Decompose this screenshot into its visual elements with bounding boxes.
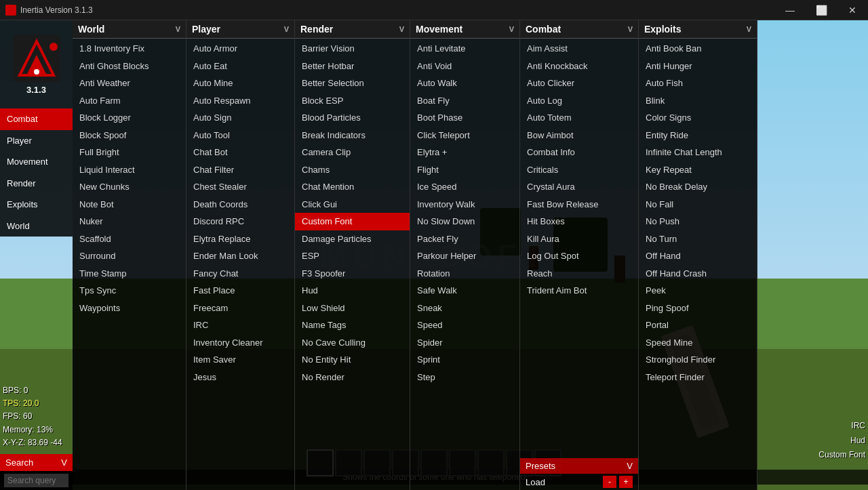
menu-item[interactable]: Peek [639, 282, 757, 300]
menu-item[interactable]: Low Shield [295, 300, 410, 317]
menu-item[interactable]: Chat Filter [186, 161, 294, 179]
menu-item[interactable]: Anti Knockback [520, 58, 638, 75]
menu-item[interactable]: Boot Phase [410, 109, 519, 127]
menu-item[interactable]: ESP [295, 247, 410, 265]
minimize-button[interactable]: — [774, 0, 806, 20]
menu-item[interactable]: Auto Fish [639, 75, 757, 92]
menu-item[interactable]: Crystal Aura [520, 178, 638, 196]
menu-item[interactable]: Anti Levitate [410, 40, 519, 58]
search-input[interactable] [4, 474, 68, 487]
menu-item[interactable]: Time Stamp [73, 265, 186, 283]
load-plus-button[interactable]: + [619, 476, 633, 488]
menu-item[interactable]: Auto Totem [520, 109, 638, 127]
menu-item[interactable]: Log Out Spot [520, 247, 638, 265]
menu-item[interactable]: Kill Aura [520, 230, 638, 248]
load-minus-button[interactable]: - [603, 476, 616, 488]
menu-item[interactable]: Anti Void [410, 58, 519, 75]
menu-item[interactable]: Nuker [73, 213, 186, 230]
menu-item[interactable]: No Entity Hit [295, 351, 410, 369]
menu-item[interactable]: Packet Fly [410, 230, 519, 248]
menu-item[interactable]: Death Coords [186, 196, 294, 213]
menu-item[interactable]: Combat Info [520, 144, 638, 161]
sidebar-item-world[interactable]: World [0, 216, 73, 237]
menu-item[interactable]: Inventory Cleaner [186, 334, 294, 352]
menu-item[interactable]: No Render [295, 369, 410, 386]
menu-item[interactable]: Click Teleport [410, 127, 519, 144]
menu-item[interactable]: Inventory Walk [410, 196, 519, 213]
menu-item[interactable]: Step [410, 369, 519, 386]
menu-item[interactable]: Auto Log [520, 92, 638, 110]
menu-item[interactable]: Speed [410, 317, 519, 334]
menu-item[interactable]: Barrier Vision [295, 40, 410, 58]
menu-item[interactable]: Chat Mention [295, 178, 410, 196]
menu-item[interactable]: Discord RPC [186, 213, 294, 230]
menu-item[interactable]: Ender Man Look [186, 247, 294, 265]
menu-item[interactable]: Click Gui [295, 196, 410, 213]
menu-item[interactable]: Chest Stealer [186, 178, 294, 196]
menu-item[interactable]: Reach [520, 265, 638, 283]
menu-item[interactable]: Fast Bow Release [520, 196, 638, 213]
menu-item[interactable]: Auto Mine [186, 75, 294, 92]
menu-item[interactable]: Hud [295, 282, 410, 300]
menu-item[interactable]: Anti Ghost Blocks [73, 58, 186, 75]
menu-item[interactable]: New Chunks [73, 178, 186, 196]
menu-item[interactable]: Auto Respawn [186, 92, 294, 110]
menu-item[interactable]: Auto Eat [186, 58, 294, 75]
menu-item[interactable]: Auto Sign [186, 109, 294, 127]
menu-item[interactable]: Camera Clip [295, 144, 410, 161]
menu-item[interactable]: Ping Spoof [639, 300, 757, 317]
menu-item[interactable]: Item Saver [186, 351, 294, 369]
menu-item[interactable]: Better Selection [295, 75, 410, 92]
menu-item[interactable]: Safe Walk [410, 282, 519, 300]
menu-item[interactable]: Jesus [186, 369, 294, 386]
menu-item[interactable]: Sprint [410, 351, 519, 369]
menu-item[interactable]: F3 Spoofer [295, 265, 410, 283]
menu-item[interactable]: No Cave Culling [295, 334, 410, 352]
menu-item[interactable]: Tps Sync [73, 282, 186, 300]
menu-item[interactable]: Portal [639, 317, 757, 334]
menu-item[interactable]: Auto Tool [186, 127, 294, 144]
menu-item[interactable]: Anti Hunger [639, 58, 757, 75]
menu-item[interactable]: Scaffold [73, 230, 186, 248]
menu-item[interactable]: Fast Place [186, 282, 294, 300]
menu-item[interactable]: Teleport Finder [639, 369, 757, 386]
menu-item[interactable]: No Fall [639, 196, 757, 213]
maximize-button[interactable]: ⬜ [806, 0, 837, 20]
menu-item[interactable]: Blink [639, 92, 757, 110]
menu-item[interactable]: Speed Mine [639, 334, 757, 352]
menu-item[interactable]: Break Indicators [295, 127, 410, 144]
menu-item[interactable]: Infinite Chat Length [639, 144, 757, 161]
menu-item[interactable]: Auto Clicker [520, 75, 638, 92]
menu-item[interactable]: IRC [186, 317, 294, 334]
menu-item[interactable]: Auto Walk [410, 75, 519, 92]
menu-item[interactable]: Surround [73, 247, 186, 265]
menu-item[interactable]: Color Signs [639, 109, 757, 127]
menu-item[interactable]: Note Bot [73, 196, 186, 213]
menu-item[interactable]: Parkour Helper [410, 247, 519, 265]
sidebar-item-render[interactable]: Render [0, 173, 73, 195]
menu-item[interactable]: Aim Assist [520, 40, 638, 58]
menu-item[interactable]: No Break Delay [639, 178, 757, 196]
menu-item[interactable]: Name Tags [295, 317, 410, 334]
menu-item[interactable]: Rotation [410, 265, 519, 283]
menu-item[interactable]: Chams [295, 161, 410, 179]
menu-item[interactable]: Auto Farm [73, 92, 186, 110]
menu-item[interactable]: Ice Speed [410, 178, 519, 196]
menu-item[interactable]: Anti Book Ban [639, 40, 757, 58]
menu-item[interactable]: No Push [639, 213, 757, 230]
sidebar-item-combat[interactable]: Combat [0, 108, 73, 130]
menu-item[interactable]: Liquid Interact [73, 161, 186, 179]
menu-item[interactable]: Elytra Replace [186, 230, 294, 248]
menu-item[interactable]: Sneak [410, 300, 519, 317]
close-button[interactable]: ✕ [837, 0, 868, 20]
menu-item[interactable]: Chat Bot [186, 144, 294, 161]
menu-item[interactable]: Hit Boxes [520, 213, 638, 230]
menu-item[interactable]: Fancy Chat [186, 265, 294, 283]
menu-item[interactable]: 1.8 Inventory Fix [73, 40, 186, 58]
menu-item[interactable]: No Turn [639, 230, 757, 248]
menu-item[interactable]: Custom Font [295, 213, 410, 230]
menu-item[interactable]: Entity Ride [639, 127, 757, 144]
menu-item[interactable]: Blood Particles [295, 109, 410, 127]
menu-item[interactable]: Elytra + [410, 144, 519, 161]
sidebar-item-movement[interactable]: Movement [0, 151, 73, 173]
